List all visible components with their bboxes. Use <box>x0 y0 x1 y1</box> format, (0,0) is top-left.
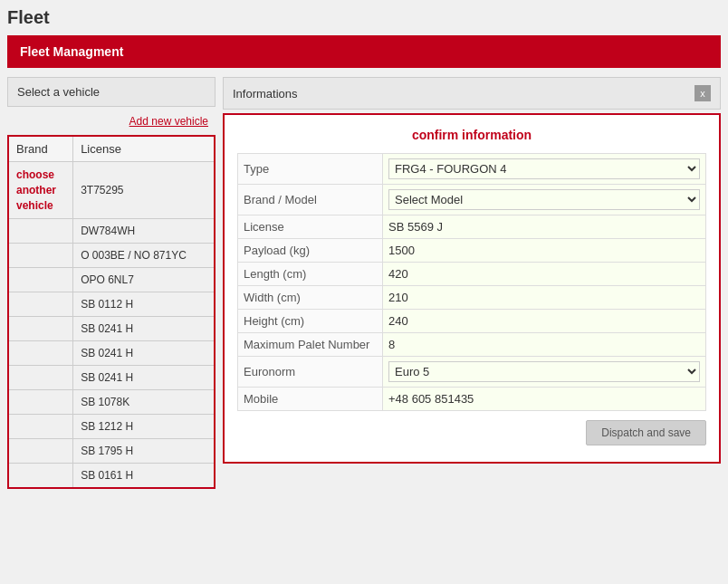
payload-input[interactable] <box>388 244 700 257</box>
vehicle-brand-cell <box>8 219 73 244</box>
max-palet-cell <box>383 333 706 357</box>
width-input[interactable] <box>388 291 700 304</box>
vehicle-license-cell: SB 0112 H <box>73 292 215 317</box>
field-license: License <box>238 215 706 239</box>
length-label: Length (cm) <box>238 263 383 286</box>
vehicle-license-cell: SB 0241 H <box>73 341 215 366</box>
license-label: License <box>238 215 383 239</box>
vehicle-brand-cell <box>8 317 73 341</box>
height-cell <box>383 310 706 333</box>
table-row[interactable]: chooseanothervehicle3T75295 <box>8 162 215 219</box>
add-new-vehicle-container: Add new vehicle <box>7 110 216 131</box>
dispatch-save-button[interactable]: Dispatch and save <box>586 420 706 445</box>
fleet-management-header: Fleet Managment <box>7 35 721 68</box>
table-row[interactable]: SB 0161 H <box>8 464 215 489</box>
vehicle-license-cell: SB 1078K <box>73 390 215 415</box>
vehicle-brand-cell <box>8 268 73 292</box>
vehicle-license-cell: SB 1795 H <box>73 439 215 464</box>
vehicle-license-cell: SB 1212 H <box>73 415 215 439</box>
payload-label: Payload (kg) <box>238 239 383 263</box>
table-row[interactable]: SB 0112 H <box>8 292 215 317</box>
max-palet-label: Maximum Palet Number <box>238 333 383 357</box>
vehicle-brand-cell <box>8 415 73 439</box>
vehicle-license-cell: SB 0161 H <box>73 464 215 489</box>
vehicle-license-cell: 3T75295 <box>73 162 215 219</box>
vehicle-brand-cell <box>8 464 73 489</box>
euronorm-label: Euronorm <box>238 357 383 388</box>
choose-another-label: chooseanothervehicle <box>16 168 56 212</box>
info-body: confirm information Type FRG4 - FOURGON … <box>223 113 721 464</box>
type-select[interactable]: FRG4 - FOURGON 4FRG3 - FOURGON 3VANTRUCK <box>388 158 700 179</box>
mobile-label: Mobile <box>238 388 383 411</box>
table-row[interactable]: SB 0241 H <box>8 317 215 341</box>
field-max-palet: Maximum Palet Number <box>238 333 706 357</box>
length-cell <box>383 263 706 286</box>
type-label: Type <box>238 154 383 185</box>
table-row[interactable]: OPO 6NL7 <box>8 268 215 292</box>
max-palet-input[interactable] <box>388 338 700 351</box>
brand-model-select[interactable]: Select ModelModel AModel B <box>388 189 700 210</box>
page-title: Fleet <box>7 7 721 28</box>
vehicle-license-cell: SB 0241 H <box>73 317 215 341</box>
vehicle-brand-cell <box>8 341 73 366</box>
table-row[interactable]: SB 1078K <box>8 390 215 415</box>
field-euronorm: Euronorm Euro 1Euro 2Euro 3Euro 4Euro 5E… <box>238 357 706 388</box>
vehicle-table: Brand License chooseanothervehicle3T7529… <box>7 135 216 489</box>
vehicle-brand-cell: chooseanothervehicle <box>8 162 73 219</box>
info-header: Informations x <box>223 77 721 110</box>
field-payload: Payload (kg) <box>238 239 706 263</box>
vehicle-brand-cell <box>8 244 73 268</box>
mobile-cell <box>383 388 706 411</box>
type-cell: FRG4 - FOURGON 4FRG3 - FOURGON 3VANTRUCK <box>383 154 706 185</box>
field-width: Width (cm) <box>238 286 706 310</box>
mobile-input[interactable] <box>388 392 700 406</box>
vehicle-license-cell: SB 0241 H <box>73 366 215 390</box>
height-input[interactable] <box>388 314 700 328</box>
field-mobile: Mobile <box>238 388 706 411</box>
height-label: Height (cm) <box>238 310 383 333</box>
close-button[interactable]: x <box>694 85 711 101</box>
euronorm-cell: Euro 1Euro 2Euro 3Euro 4Euro 5Euro 6 <box>383 357 706 388</box>
brand-model-label: Brand / Model <box>238 185 383 215</box>
select-vehicle-header: Select a vehicle <box>7 77 216 107</box>
table-row[interactable]: SB 1212 H <box>8 415 215 439</box>
vehicle-license-cell: DW784WH <box>73 219 215 244</box>
vehicle-brand-cell <box>8 292 73 317</box>
width-label: Width (cm) <box>238 286 383 310</box>
info-label: Informations <box>233 87 298 101</box>
add-new-vehicle-link[interactable]: Add new vehicle <box>129 115 208 128</box>
license-cell <box>383 215 706 239</box>
brand-model-cell: Select ModelModel AModel B <box>383 185 706 215</box>
table-row[interactable]: SB 0241 H <box>8 366 215 390</box>
payload-cell <box>383 239 706 263</box>
field-brand-model: Brand / Model Select ModelModel AModel B <box>238 185 706 215</box>
table-row[interactable]: O 003BE / NO 871YC <box>8 244 215 268</box>
confirm-title: confirm information <box>237 128 706 142</box>
left-panel: Select a vehicle Add new vehicle Brand L… <box>7 77 216 489</box>
right-panel: Informations x confirm information Type … <box>223 77 721 489</box>
field-type: Type FRG4 - FOURGON 4FRG3 - FOURGON 3VAN… <box>238 154 706 185</box>
width-cell <box>383 286 706 310</box>
footer-area: Dispatch and save <box>237 411 706 449</box>
license-input[interactable] <box>388 220 700 234</box>
vehicle-brand-cell <box>8 439 73 464</box>
table-row[interactable]: DW784WH <box>8 219 215 244</box>
vehicle-license-cell: OPO 6NL7 <box>73 268 215 292</box>
vehicle-brand-cell <box>8 366 73 390</box>
euronorm-select[interactable]: Euro 1Euro 2Euro 3Euro 4Euro 5Euro 6 <box>388 361 700 382</box>
vehicle-brand-cell <box>8 390 73 415</box>
vehicle-license-cell: O 003BE / NO 871YC <box>73 244 215 268</box>
field-length: Length (cm) <box>238 263 706 286</box>
form-table: Type FRG4 - FOURGON 4FRG3 - FOURGON 3VAN… <box>237 153 706 411</box>
table-row[interactable]: SB 0241 H <box>8 341 215 366</box>
table-row[interactable]: SB 1795 H <box>8 439 215 464</box>
length-input[interactable] <box>388 267 700 281</box>
col-brand: Brand <box>8 136 73 162</box>
field-height: Height (cm) <box>238 310 706 333</box>
col-license: License <box>73 136 215 162</box>
